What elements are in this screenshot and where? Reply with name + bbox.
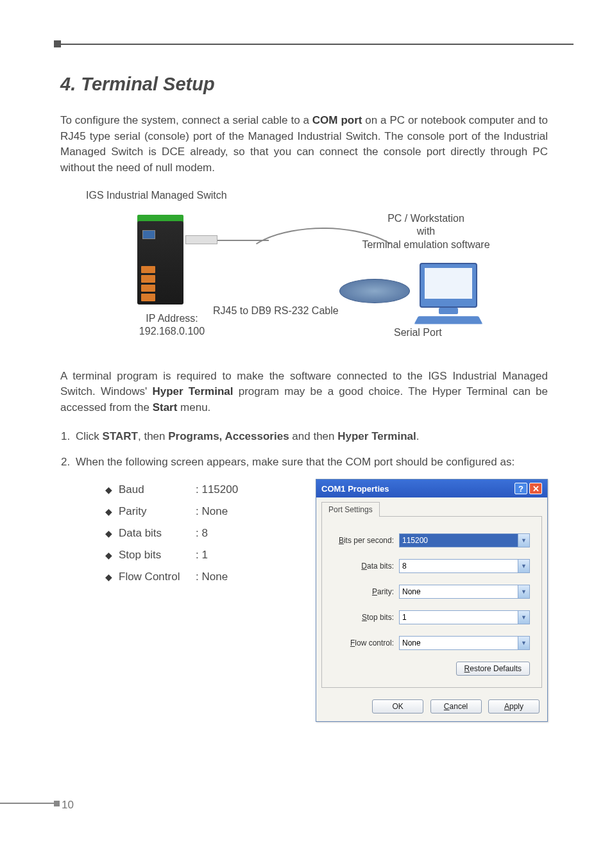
- restore-row: Restore Defaults: [334, 662, 530, 676]
- help-icon[interactable]: ?: [514, 483, 527, 494]
- setting-flow: ◆ Flow Control None: [105, 566, 238, 588]
- rj45-connector-icon: [185, 235, 217, 244]
- input-parity[interactable]: [399, 585, 518, 599]
- connection-diagram: IGS Industrial Managed Switch IP Address…: [60, 189, 548, 356]
- close-icon[interactable]: ✕: [529, 483, 542, 494]
- hub-device-icon: [339, 279, 410, 303]
- pc-label-l3: Terminal emulation software: [362, 239, 489, 250]
- combo-bps[interactable]: ▼: [399, 533, 530, 547]
- header-square-icon: [54, 40, 61, 47]
- setting-key: Baud: [119, 479, 196, 501]
- combo-parity[interactable]: ▼: [399, 585, 530, 599]
- restore-defaults-button[interactable]: Restore Defaults: [456, 662, 530, 676]
- page-content: 4. Terminal Setup To configure the syste…: [60, 74, 548, 722]
- label-stopbits: Stop bits:: [334, 613, 394, 622]
- switch-label: IGS Industrial Managed Switch: [86, 189, 227, 203]
- setting-key: Data bits: [119, 522, 196, 544]
- diamond-icon: ◆: [105, 568, 112, 586]
- port-settings-panel: Bits per second: ▼ Data bits: ▼: [321, 516, 542, 688]
- chevron-down-icon[interactable]: ▼: [518, 585, 530, 599]
- intro-paragraph: To configure the system, connect a seria…: [60, 113, 548, 176]
- dialog-body: Port Settings Bits per second: ▼ Data bi…: [316, 497, 547, 721]
- switch-screen-icon: [142, 230, 155, 239]
- pc-screen-icon: [425, 268, 472, 299]
- steps-list: Click START, then Programs, Accessories …: [73, 428, 548, 470]
- label-bps: Bits per second:: [334, 536, 394, 545]
- para-terminal-program: A terminal program is required to make t…: [60, 369, 548, 416]
- step-2: When the following screen appears, make …: [73, 454, 548, 471]
- input-stopbits[interactable]: [399, 610, 518, 624]
- input-flow[interactable]: [399, 636, 518, 650]
- combo-stopbits[interactable]: ▼: [399, 610, 530, 624]
- input-databits[interactable]: [399, 559, 518, 573]
- diamond-icon: ◆: [105, 546, 112, 564]
- setting-val: 8: [196, 522, 208, 544]
- chevron-down-icon[interactable]: ▼: [518, 636, 530, 650]
- page-heading: 4. Terminal Setup: [60, 74, 548, 95]
- setting-baud: ◆ Baud 115200: [105, 479, 238, 501]
- field-flow-control: Flow control: ▼: [334, 636, 530, 650]
- pc-base-icon: [439, 308, 458, 314]
- page-number: 10: [62, 799, 74, 812]
- header-rule: [54, 44, 574, 45]
- setting-key: Stop bits: [119, 544, 196, 566]
- setting-key: Parity: [119, 501, 196, 522]
- ip-label-text: IP Address:: [146, 313, 198, 324]
- settings-bullet-list: ◆ Baud 115200 ◆ Parity None ◆ Data bits …: [105, 479, 238, 722]
- setting-val: 1: [196, 544, 208, 566]
- setting-val: None: [196, 501, 228, 522]
- dialog-title-text: COM1 Properties: [321, 484, 389, 494]
- ip-address-label: IP Address: 192.168.0.100: [114, 312, 230, 339]
- field-stop-bits: Stop bits: ▼: [334, 610, 530, 624]
- pc-label-l2: with: [417, 226, 435, 237]
- label-databits: Data bits:: [334, 562, 394, 571]
- field-parity: Parity: ▼: [334, 585, 530, 599]
- setting-stopbits: ◆ Stop bits 1: [105, 544, 238, 566]
- input-bps[interactable]: [399, 533, 518, 547]
- setting-val: 115200: [196, 479, 238, 501]
- step-1: Click START, then Programs, Accessories …: [73, 428, 548, 445]
- diamond-icon: ◆: [105, 524, 112, 542]
- chevron-down-icon[interactable]: ▼: [518, 533, 530, 547]
- dialog-titlebar: COM1 Properties ? ✕: [316, 480, 547, 497]
- serial-port-label: Serial Port: [394, 326, 442, 340]
- com1-properties-dialog: COM1 Properties ? ✕ Port Settings Bits p…: [316, 479, 548, 722]
- cancel-button[interactable]: Cancel: [430, 699, 482, 714]
- chevron-down-icon[interactable]: ▼: [518, 559, 530, 573]
- setting-key: Flow Control: [119, 566, 196, 588]
- setting-databits: ◆ Data bits 8: [105, 522, 238, 544]
- footer-rule: [0, 803, 59, 804]
- footer-square-icon: [54, 801, 60, 806]
- pc-label-l1: PC / Workstation: [387, 213, 464, 224]
- tab-port-settings[interactable]: Port Settings: [321, 502, 380, 517]
- setting-parity: ◆ Parity None: [105, 501, 238, 522]
- ip-value-text: 192.168.0.100: [139, 326, 205, 337]
- label-flow: Flow control:: [334, 638, 394, 647]
- diamond-icon: ◆: [105, 481, 112, 499]
- combo-databits[interactable]: ▼: [399, 559, 530, 573]
- diamond-icon: ◆: [105, 503, 112, 521]
- field-data-bits: Data bits: ▼: [334, 559, 530, 573]
- ok-button[interactable]: OK: [372, 699, 423, 714]
- chevron-down-icon[interactable]: ▼: [518, 610, 530, 624]
- pc-keyboard-icon: [414, 316, 483, 324]
- cable-label: RJ45 to DB9 RS-232 Cable: [213, 305, 339, 318]
- label-parity: Parity:: [334, 587, 394, 596]
- pc-label: PC / Workstation with Terminal emulation…: [343, 212, 509, 252]
- dialog-actions: OK Cancel Apply: [316, 694, 547, 721]
- settings-row: ◆ Baud 115200 ◆ Parity None ◆ Data bits …: [60, 479, 548, 722]
- combo-flow[interactable]: ▼: [399, 636, 530, 650]
- apply-button[interactable]: Apply: [488, 699, 540, 714]
- switch-ports-icon: [141, 266, 155, 301]
- field-bits-per-second: Bits per second: ▼: [334, 533, 530, 547]
- setting-val: None: [196, 566, 228, 588]
